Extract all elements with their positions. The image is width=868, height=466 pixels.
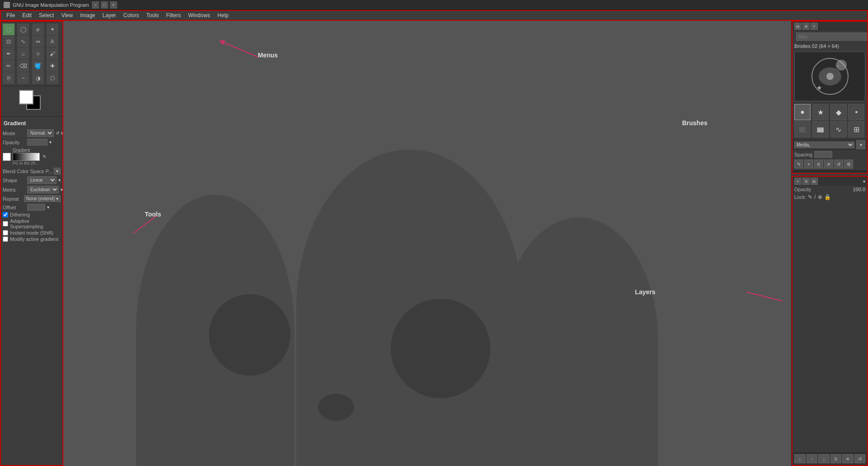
- tool-rectangle-select[interactable]: ⬚: [3, 24, 14, 35]
- layer-delete-btn[interactable]: ✕: [842, 454, 854, 463]
- layer-refresh-btn[interactable]: ↺: [854, 454, 866, 463]
- minimize-button[interactable]: −: [92, 1, 99, 9]
- adaptive-checkbox[interactable]: [3, 221, 8, 226]
- menu-select[interactable]: Select: [35, 11, 57, 19]
- maximize-button[interactable]: □: [101, 1, 108, 9]
- menu-image[interactable]: Image: [76, 11, 99, 19]
- tool-clone[interactable]: ⎘: [3, 72, 14, 84]
- layer-raise-btn[interactable]: ↑: [806, 454, 818, 463]
- mode-select[interactable]: Normal: [27, 129, 54, 137]
- instant-mode-label[interactable]: Instant mode (Shift): [10, 230, 53, 235]
- tool-transform[interactable]: ⤡: [17, 36, 29, 47]
- menu-filters[interactable]: Filters: [162, 11, 185, 19]
- lock-move-icon[interactable]: /: [814, 194, 816, 200]
- brushes-settings-btn[interactable]: ▾: [856, 140, 865, 149]
- tool-text[interactable]: A: [47, 36, 58, 47]
- brush-cell-2[interactable]: ★: [812, 104, 829, 120]
- brushes-media-select[interactable]: Media,: [794, 141, 854, 148]
- spacing-input[interactable]: 3.0: [814, 151, 832, 158]
- layers-tab-icon-2[interactable]: ⊞: [802, 178, 810, 185]
- canvas-area[interactable]: Tools Menus Brushes Layers: [63, 21, 791, 466]
- metric-select[interactable]: Euclidean: [27, 186, 59, 193]
- gradient-swatch[interactable]: [3, 153, 11, 161]
- menu-view[interactable]: View: [57, 11, 76, 19]
- brush-settings-btn2[interactable]: ⚙: [844, 160, 853, 169]
- brushes-filter-input[interactable]: [796, 33, 867, 41]
- layer-new-btn[interactable]: ↓: [794, 454, 806, 463]
- lock-alpha-icon[interactable]: ⊕: [818, 194, 822, 200]
- menu-tools[interactable]: Tools: [142, 11, 162, 19]
- tool-paint[interactable]: 🖌: [47, 48, 58, 60]
- close-button[interactable]: ×: [110, 1, 117, 9]
- layer-lower-btn[interactable]: ↓: [818, 454, 830, 463]
- foreground-color[interactable]: [19, 90, 33, 104]
- brush-cell-1[interactable]: ●: [794, 104, 811, 120]
- tool-magnify[interactable]: ⌕: [17, 48, 29, 60]
- tool-dodge-burn[interactable]: ◑: [32, 72, 44, 84]
- tool-ellipse-select[interactable]: ◯: [17, 24, 29, 35]
- blend-color-space-dropdown[interactable]: ▾: [54, 168, 61, 174]
- layer-duplicate-btn[interactable]: ⎘: [830, 454, 842, 463]
- mode-reset[interactable]: ↺: [56, 131, 59, 136]
- offset-input[interactable]: 0.0: [27, 204, 45, 211]
- shape-select[interactable]: Linear Radial Square Conical Spiral: [27, 176, 57, 184]
- mode-chain[interactable]: ▾: [61, 131, 62, 136]
- tool-options-panel: Gradient Mode Normal ↺ ▾ Opacity 100.0 ▾: [1, 117, 62, 465]
- brush-duplicate-btn[interactable]: ⎘: [814, 160, 823, 169]
- brush-cell-7[interactable]: ∿: [830, 121, 847, 137]
- opacity-input[interactable]: 100.0: [27, 139, 47, 146]
- tool-bucket-fill[interactable]: 🪣: [32, 60, 44, 72]
- opacity-chain[interactable]: ▾: [49, 140, 52, 145]
- dithering-label[interactable]: Dithering: [10, 212, 30, 217]
- modify-gradient-checkbox[interactable]: [3, 236, 8, 242]
- tool-free-select[interactable]: ⌀: [32, 24, 44, 35]
- gradient-edit[interactable]: ✎: [43, 154, 46, 159]
- tool-crop[interactable]: ⊡: [3, 36, 14, 47]
- tool-fuzzy-select[interactable]: ✦: [47, 24, 58, 35]
- menu-file[interactable]: File: [3, 11, 19, 19]
- gradient-bar[interactable]: [13, 153, 40, 161]
- menu-windows[interactable]: Windows: [185, 11, 214, 19]
- layers-opacity-label: Opacity: [794, 187, 811, 192]
- brush-large-preview[interactable]: ★ ●: [794, 52, 865, 101]
- tool-eraser[interactable]: ⌫: [17, 60, 29, 72]
- brush-cell-8[interactable]: ⊞: [848, 121, 864, 137]
- brush-edit-btn[interactable]: ✎: [794, 160, 803, 169]
- lock-paint-icon[interactable]: ✎: [808, 194, 812, 200]
- brush-delete-btn[interactable]: ✕: [824, 160, 833, 169]
- menu-edit[interactable]: Edit: [19, 11, 35, 19]
- brushes-tab-icon-1[interactable]: ▤: [794, 23, 802, 30]
- adaptive-label[interactable]: Adaptive Supersampling: [10, 218, 61, 229]
- brushes-tab-icon-2[interactable]: ⊞: [802, 23, 810, 30]
- tool-smudge[interactable]: ~: [17, 72, 29, 84]
- shape-arrow[interactable]: ▾: [58, 178, 61, 183]
- offset-stepper[interactable]: ▾: [47, 205, 49, 210]
- instant-mode-checkbox[interactable]: [3, 230, 8, 235]
- layers-tab-icon-3[interactable]: ▤: [811, 178, 818, 185]
- brush-cell-6[interactable]: ▓▓: [812, 121, 829, 137]
- gradient-sublabel: FG to BG (R...: [13, 161, 40, 165]
- tool-pencil[interactable]: ✏: [3, 60, 14, 72]
- menu-help[interactable]: Help: [214, 11, 232, 19]
- metric-arrow[interactable]: ▾: [61, 187, 62, 192]
- layers-tab-icon-1[interactable]: ≡: [794, 178, 802, 185]
- layers-expand[interactable]: ▾: [863, 179, 865, 184]
- tool-paths[interactable]: ⬡: [47, 72, 58, 84]
- modify-gradient-label[interactable]: Modify active gradient: [10, 236, 58, 242]
- menu-layer[interactable]: Layer: [99, 11, 120, 19]
- tool-measure[interactable]: ⊹: [32, 48, 44, 60]
- tool-heal[interactable]: ✚: [47, 60, 58, 72]
- brush-cell-4[interactable]: ▪: [848, 104, 864, 120]
- tool-flip[interactable]: ⇔: [32, 36, 44, 47]
- brushes-tab-icon-3[interactable]: ≡: [811, 23, 818, 30]
- repeat-dropdown[interactable]: None (extend) ▾: [24, 195, 61, 202]
- lock-all-icon[interactable]: 🔒: [824, 194, 831, 200]
- brush-new-btn[interactable]: +: [804, 160, 813, 169]
- dithering-checkbox[interactable]: [3, 212, 8, 217]
- offset-row: Offset 0.0 ▾: [3, 203, 61, 212]
- tool-colorpicker[interactable]: ✒: [3, 48, 14, 60]
- brush-cell-5[interactable]: ░░: [794, 121, 811, 137]
- brush-refresh-btn[interactable]: ↺: [834, 160, 843, 169]
- menu-colors[interactable]: Colors: [120, 11, 143, 19]
- brush-cell-3[interactable]: ◆: [830, 104, 847, 120]
